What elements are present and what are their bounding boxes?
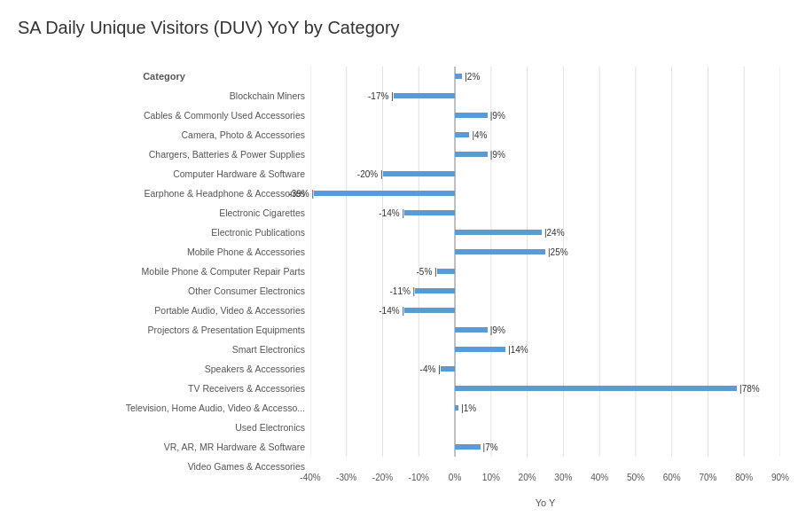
bar-row: |1%: [310, 398, 780, 418]
x-tick-label: 60%: [663, 473, 681, 482]
bar-segment: [455, 113, 488, 118]
bar-segment: [455, 249, 545, 254]
bar-value-label: -4% |: [420, 364, 441, 374]
x-tick-label: 80%: [735, 473, 753, 482]
y-label: Blockchain Miners: [18, 86, 310, 106]
bar-row: |78%: [310, 379, 780, 398]
bar-row: -20% |: [310, 164, 780, 184]
bar-row: |9%: [310, 106, 780, 125]
bar-segment: [455, 444, 481, 450]
plot-area: |2%-17% ||9%|4%|9%-20% |-39% |-14% ||24%…: [310, 47, 780, 508]
bar-value-label: -11% |: [389, 286, 415, 296]
bar-row: |14%: [310, 340, 780, 359]
bar-value-label: -14% |: [379, 208, 404, 218]
y-labels: Category Blockchain MinersCables & Commo…: [18, 47, 310, 508]
x-tick-label: 70%: [699, 473, 716, 482]
y-label: Other Consumer Electronics: [18, 281, 310, 301]
bar-row: -14% |: [310, 301, 780, 320]
bar-row: |24%: [310, 223, 780, 242]
y-label: Mobile Phone & Computer Repair Parts: [18, 262, 310, 281]
bar-value-label: -17% |: [368, 91, 394, 101]
chart-container: SA Daily Unique Visitors (DUV) YoY by Ca…: [0, 0, 798, 532]
y-label: Projectors & Presentation Equipments: [18, 320, 310, 340]
x-tick-label: 30%: [554, 473, 572, 482]
x-axis-bottom: -40%-30%-20%-10%0%10%20%30%40%50%60%70%8…: [310, 469, 780, 496]
y-label: Chargers, Batteries & Power Supplies: [18, 145, 310, 164]
bar-value-label: |24%: [542, 228, 565, 238]
bar-row: [310, 418, 780, 437]
y-label: Electronic Cigarettes: [18, 203, 310, 223]
bar-row: |4%: [310, 125, 780, 145]
bar-value-label: |2%: [462, 72, 480, 82]
y-label: VR, AR, MR Hardware & Software: [18, 437, 310, 457]
bar-row: |7%: [310, 437, 780, 457]
bar-value-label: -20% |: [357, 169, 383, 179]
x-tick-label: -30%: [336, 473, 356, 482]
chart-title: SA Daily Unique Visitors (DUV) YoY by Ca…: [18, 18, 780, 38]
bar-row: -17% |: [310, 86, 780, 106]
y-label: Earphone & Headphone & Accessories: [18, 184, 310, 203]
y-label: Portable Audio, Video & Accessories: [18, 301, 310, 320]
x-tick-label: -10%: [409, 473, 429, 482]
bar-segment: [383, 171, 456, 176]
bar-row: -11% |: [310, 281, 780, 301]
bar-row: -39% |: [310, 184, 780, 203]
y-label: Video Games & Accessories: [18, 457, 310, 476]
bar-row: |9%: [310, 320, 780, 340]
x-tick-label: 20%: [519, 473, 536, 482]
bar-row: |9%: [310, 145, 780, 164]
bar-segment: [455, 230, 542, 235]
y-label: Television, Home Audio, Video & Accesso.…: [18, 398, 310, 418]
bar-value-label: |7%: [481, 442, 498, 452]
bar-value-label: |9%: [488, 111, 505, 121]
x-axis-title: Yo Y: [310, 497, 780, 508]
chart-area: Category Blockchain MinersCables & Commo…: [18, 47, 780, 508]
bar-segment: [455, 327, 488, 332]
x-tick-label: -40%: [300, 473, 320, 482]
bar-value-label: |25%: [545, 247, 568, 257]
bar-segment: [437, 269, 455, 274]
bar-segment: [455, 132, 469, 137]
x-tick-label: 90%: [771, 473, 789, 482]
bars-container: |2%-17% ||9%|4%|9%-20% |-39% |-14% ||24%…: [310, 66, 780, 469]
y-label: Computer Hardware & Software: [18, 164, 310, 184]
bar-value-label: |78%: [737, 384, 760, 394]
x-tick-label: 0%: [449, 473, 461, 482]
x-tick-label: -20%: [372, 473, 393, 482]
bar-segment: [455, 152, 488, 157]
x-tick-label: 10%: [482, 473, 500, 482]
bar-value-label: |4%: [469, 130, 487, 140]
bar-value-label: |9%: [488, 150, 505, 160]
bar-value-label: |1%: [458, 403, 476, 413]
y-label: TV Receivers & Accessories: [18, 379, 310, 398]
bar-segment: [314, 191, 455, 196]
x-axis-top: [310, 47, 780, 66]
y-label: Mobile Phone & Accessories: [18, 242, 310, 262]
bar-segment: [404, 308, 455, 313]
bar-row: -14% |: [310, 203, 780, 223]
bar-segment: [441, 366, 455, 372]
y-label: Camera, Photo & Accessories: [18, 125, 310, 145]
bar-segment: [455, 74, 462, 79]
y-label: Used Electronics: [18, 418, 310, 437]
bar-segment: [415, 288, 455, 293]
bar-value-label: |14%: [505, 345, 528, 355]
bar-row: |2%: [310, 66, 780, 86]
y-label: Speakers & Accessories: [18, 359, 310, 379]
y-axis-header: Category: [18, 66, 310, 86]
y-label: Electronic Publications: [18, 223, 310, 242]
y-label: Smart Electronics: [18, 340, 310, 359]
bar-row: |25%: [310, 242, 780, 262]
x-tick-label: 50%: [627, 473, 645, 482]
bar-value-label: -14% |: [379, 306, 404, 316]
y-label: Cables & Commonly Used Accessories: [18, 106, 310, 125]
bar-segment: [404, 210, 455, 215]
bar-segment: [455, 347, 505, 352]
bar-segment: [394, 93, 455, 98]
bar-value-label: -39% |: [288, 189, 314, 199]
bar-value-label: |9%: [488, 325, 505, 335]
bar-row: -5% |: [310, 262, 780, 281]
bar-value-label: -5% |: [417, 267, 437, 277]
bar-row: -4% |: [310, 359, 780, 379]
x-tick-label: 40%: [591, 473, 608, 482]
